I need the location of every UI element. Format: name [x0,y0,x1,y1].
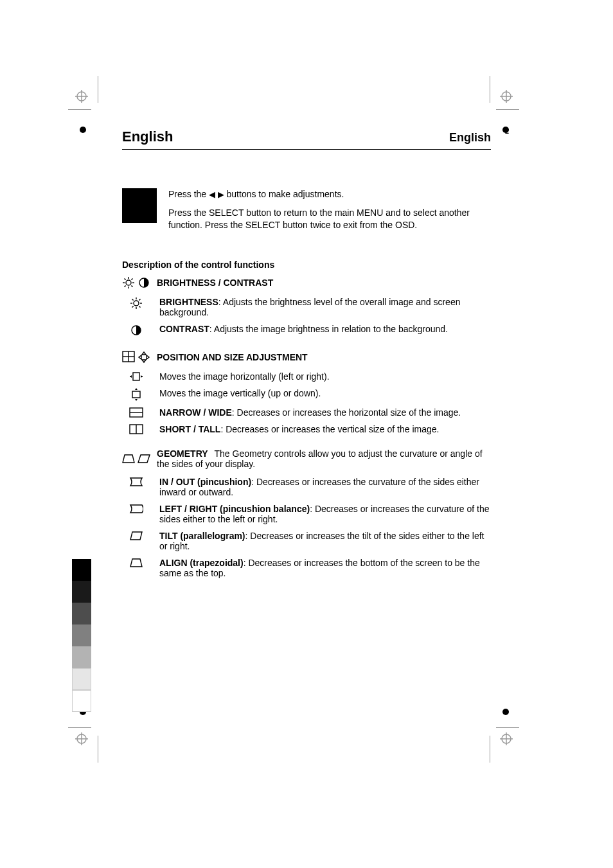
print-mark-vline [490,736,490,763]
step-text-line-2: Press the SELECT button to return to the… [168,207,491,231]
group-label: GEOMETRY [157,448,208,459]
pincushion-balance-item: LEFT / RIGHT (pincushion balance): Decre… [122,504,491,524]
svg-marker-50 [138,455,150,463]
step-4: Press the ◀ ▶ buttons to make adjustment… [122,188,491,238]
svg-line-20 [131,278,132,279]
svg-line-30 [139,299,140,300]
move-icon [138,351,150,364]
item-desc: : Decreases or increases the vertical si… [220,424,439,434]
svg-marker-36 [142,360,146,362]
trapezoid-icon [129,558,143,568]
registration-target-icon [75,90,88,103]
group-label: POSITION AND SIZE ADJUSTMENT [157,352,308,362]
grid-icon [122,351,135,362]
print-mark-hline [68,727,91,728]
print-mark-hline [496,727,519,728]
svg-marker-41 [141,375,143,378]
svg-line-27 [132,299,134,300]
contrast-item: CONTRAST: Adjusts the image brightness i… [122,324,491,337]
v-size-icon [129,424,143,434]
svg-marker-44 [135,399,138,401]
tilt-item: TILT (parallelogram): Decreases or incre… [122,531,491,551]
svg-marker-52 [130,559,142,567]
brightness-icon [130,297,143,310]
svg-marker-38 [147,355,149,359]
svg-line-17 [125,278,126,279]
svg-marker-40 [130,375,132,378]
left-right-arrow-icon: ◀ ▶ [209,190,224,199]
item-desc: : Decreases or increases the horizontal … [232,407,461,418]
print-mark-vline [98,736,98,763]
trapezoid-item: ALIGN (trapezoidal): Decreases or increa… [122,558,491,578]
functions-heading: Description of the control functions [122,260,491,270]
item-label: SHORT / TALL [159,424,220,434]
position-size-group: POSITION AND SIZE ADJUSTMENT [122,351,491,364]
svg-marker-37 [139,355,141,359]
svg-point-12 [126,280,131,285]
group-label: BRIGHTNESS / CONTRAST [157,278,273,288]
item-label: LEFT / RIGHT (pincushion balance) [159,504,310,514]
svg-rect-39 [133,373,139,380]
registration-dot-icon [502,707,509,717]
v-move-icon [131,388,141,401]
narrow-wide-item: NARROW / WIDE: Decreases or increases th… [122,407,491,418]
registration-target-icon [500,732,513,745]
h-size-icon [129,407,143,418]
page-title: English [122,128,173,145]
page-header: English English [122,128,491,150]
contrast-icon [130,324,143,337]
svg-line-18 [131,285,132,287]
registration-target-icon [500,90,513,103]
step-number-box [122,188,157,223]
print-mark-hline [68,109,91,110]
print-mark-vline [490,76,490,103]
svg-line-19 [125,285,126,287]
page-number: 2 [505,127,509,135]
parallelogram-icon [138,454,150,464]
trapezoid-icon [122,454,135,464]
item-desc: Moves the image horizontally (left or ri… [159,371,330,382]
svg-line-28 [139,306,140,307]
short-tall-item: SHORT / TALL: Decreases or increases the… [122,424,491,434]
brightness-contrast-group: BRIGHTNESS / CONTRAST [122,276,491,289]
h-position-item: Moves the image horizontally (left or ri… [122,371,491,382]
pincushion-icon [129,477,143,487]
print-mark-hline [496,109,519,110]
item-label: NARROW / WIDE [159,407,232,418]
svg-marker-35 [142,352,146,355]
item-label: TILT (parallelogram) [159,531,245,541]
brightness-item: BRIGHTNESS: Adjusts the brightness level… [122,297,491,317]
print-mark-vline [98,76,98,103]
item-desc: Moves the image vertically (up or down). [159,388,321,398]
svg-point-22 [134,301,139,306]
item-label: CONTRAST [159,324,209,334]
item-desc: : Adjusts the image brightness in relati… [209,324,448,334]
registration-dot-icon [80,125,86,135]
brightness-icon [122,276,135,289]
registration-target-icon [75,732,88,745]
item-label: IN / OUT (pincushion) [159,477,251,487]
pincushion-item: IN / OUT (pincushion): Decreases or incr… [122,477,491,497]
grayscale-swatch-strip [72,559,91,712]
svg-rect-42 [132,391,140,398]
geometry-group: GEOMETRY The Geometry controls allow you… [122,448,491,469]
svg-marker-51 [130,532,142,540]
item-label: BRIGHTNESS [159,297,218,307]
contrast-icon [138,276,150,289]
functions-section: Description of the control functions BRI… [122,260,491,578]
pincushion-balance-icon [129,504,143,514]
svg-marker-49 [123,455,134,463]
svg-marker-43 [135,388,138,390]
parallelogram-icon [129,531,143,541]
svg-line-29 [132,306,134,307]
v-position-item: Moves the image vertically (up or down). [122,388,491,401]
step-text-line-1: Press the ◀ ▶ buttons to make adjustment… [168,188,491,200]
language-label: English [449,131,491,145]
h-move-icon [130,371,143,382]
item-label: ALIGN (trapezoidal) [159,558,244,568]
